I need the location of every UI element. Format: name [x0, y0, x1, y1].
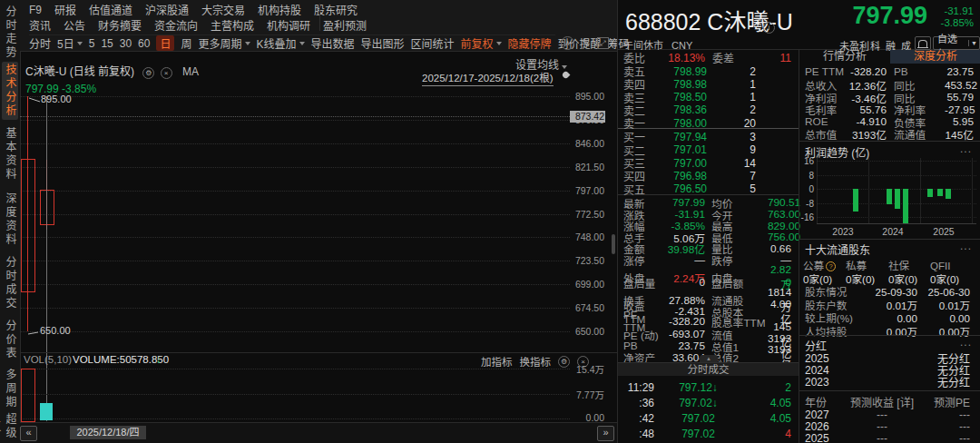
menu-item[interactable]: 机构调研 — [267, 17, 310, 33]
period-导出图形[interactable]: 导出图形 — [361, 35, 405, 51]
forecast-col-pe: 预测PE — [919, 394, 970, 409]
left-nav-rail: 分时走势技术分析基本资料深度资料分时成交分价表多周期超级复 — [0, 0, 21, 443]
tape-row: :48797.024 — [618, 426, 799, 441]
level-volume: 3 — [707, 131, 756, 143]
scroll-left-button[interactable]: « — [20, 426, 37, 441]
vol-indicator-label[interactable]: VOL(5,10) — [24, 354, 72, 365]
menu-item[interactable]: 盈利预测 — [323, 17, 367, 33]
sidebar-item-8[interactable]: 超级复 — [2, 410, 18, 443]
menu-item[interactable]: 机构持股 — [258, 2, 301, 17]
pin-icon[interactable] — [562, 71, 571, 80]
alert-bell-button[interactable] — [915, 36, 931, 50]
menu-item[interactable]: 主营构成 — [211, 17, 254, 33]
book-level[interactable]: 买一797.943 — [618, 129, 799, 142]
period-15[interactable]: 15 — [101, 37, 113, 50]
period-K线叠加[interactable]: K线叠加 — [257, 35, 305, 51]
book-level[interactable]: 卖一798.0020 — [618, 115, 799, 128]
holder-stat-value: 25-06-30 — [917, 286, 970, 298]
price-tick: 723.50 — [572, 255, 604, 266]
menu-item[interactable]: 财务摘要 — [98, 17, 142, 33]
period-label: 日 — [160, 35, 171, 51]
book-level[interactable]: 买二797.019 — [618, 143, 799, 155]
tab-depth-analysis[interactable]: 深度分析 — [890, 50, 980, 64]
menu-item[interactable]: 沪深股通 — [145, 2, 189, 17]
level-price: 796.50 — [656, 182, 707, 195]
scroll-right-button[interactable]: » — [597, 426, 614, 441]
sidebar-item-5[interactable]: 分时成交 — [2, 256, 18, 310]
chart-scrollbar-thumb[interactable] — [612, 234, 615, 254]
period-周[interactable]: 周 — [181, 35, 191, 51]
menu-item[interactable]: F9 — [29, 4, 42, 16]
menu-item[interactable]: 大宗交易 — [201, 2, 245, 17]
holder-stat-label: 股东户数 — [805, 298, 861, 312]
date-range-link[interactable]: 2025/12/17-2025/12/18(2根) — [422, 70, 554, 86]
ask-levels: 卖五798.992卖四798.981卖三798.501卖二798.362卖一79… — [618, 64, 799, 128]
period-区间统计[interactable]: 区间统计 — [411, 35, 455, 51]
fin-label: PB — [894, 65, 945, 78]
price-tick: 748.00 — [572, 231, 604, 242]
forecast-earnings: --- — [845, 432, 919, 443]
period-导出数据[interactable]: 导出数据 — [311, 35, 355, 51]
sidebar-item-4[interactable]: 深度资料 — [2, 192, 18, 247]
forecast-row: 2027------ — [799, 409, 980, 420]
help-icon[interactable]: ? — [826, 261, 836, 271]
period-label: 周 — [181, 35, 191, 51]
holders-menu[interactable]: ... — [960, 240, 972, 252]
gear-icon[interactable]: ⚙ — [142, 67, 154, 79]
book-level[interactable]: 卖二798.362 — [618, 103, 799, 115]
collapse-handle[interactable]: ▲ — [700, 355, 718, 362]
menu-item[interactable]: 公告 — [64, 17, 85, 33]
watchlist-button[interactable]: 自选 + ▼ — [933, 36, 980, 50]
scroll-top-icon[interactable]: ∧ — [561, 36, 574, 50]
dividend-menu[interactable]: ... — [960, 336, 972, 349]
tab-quote-analysis[interactable]: 行情分析 — [799, 50, 890, 64]
holder-stat-value: 0.00 — [917, 312, 970, 324]
sidebar-item-7[interactable]: 多周期 — [2, 369, 18, 409]
draw-pencil-icon[interactable]: ✎ — [580, 37, 592, 49]
menu-item[interactable]: 估值通道 — [89, 2, 132, 17]
period-60[interactable]: 60 — [138, 37, 150, 50]
menu-item[interactable]: 股东研究 — [314, 2, 358, 17]
menu-item[interactable]: 研报 — [54, 2, 76, 17]
period-日[interactable]: 日 — [156, 35, 174, 51]
book-level[interactable]: 卖四798.981 — [618, 76, 799, 89]
period-前复权[interactable]: 前复权 — [461, 35, 502, 51]
sidebar-item-3[interactable]: 基本资料 — [2, 127, 18, 182]
fullscreen-icon[interactable]: ⤢ — [597, 37, 609, 49]
book-level[interactable]: 买四796.987 — [618, 168, 799, 181]
profit-xlabel: 2025 — [930, 226, 957, 237]
book-level[interactable]: 买三797.0014 — [618, 155, 799, 168]
period-30[interactable]: 30 — [120, 37, 132, 50]
vol-tick: 7.77万 — [572, 388, 604, 401]
period-更多周期[interactable]: 更多周期 — [199, 35, 250, 51]
book-level[interactable]: 买五796.505 — [618, 182, 799, 194]
change-percent: -3.85% — [930, 17, 974, 29]
info-icon[interactable]: i — [763, 22, 775, 34]
sidebar-item-2[interactable]: 技术分析 — [2, 62, 18, 120]
profit-trend-menu[interactable]: ... — [960, 143, 972, 155]
book-level[interactable]: 卖三798.501 — [618, 90, 799, 103]
menu-item[interactable]: 资讯 — [29, 17, 51, 33]
forecast-col-earnings[interactable]: 预测收益 [详] — [845, 394, 919, 409]
volume-bar — [21, 369, 35, 422]
holder-type-label: 社保 — [888, 260, 909, 271]
period-5[interactable]: 5 — [89, 37, 95, 50]
period-分时[interactable]: 分时 — [29, 35, 51, 51]
time-sales-title[interactable]: 分时成交 — [618, 362, 799, 376]
pane-divider[interactable] — [20, 352, 617, 353]
period-5日[interactable]: 5日 — [57, 35, 83, 51]
holder-stat-row: 较上期(%)0.000.00 — [799, 310, 980, 324]
sidebar-item-6[interactable]: 分价表 — [2, 320, 18, 360]
holders-table: 公募?私募社保QFII0家(0)0家(0)0家(0)0家(0)股东情况25-09… — [799, 258, 980, 338]
sidebar-item-1[interactable]: 分时走势 — [2, 5, 18, 60]
vol-gear-icon[interactable]: ⚙ — [558, 356, 570, 368]
menu-item[interactable]: 资金流向 — [154, 17, 198, 33]
add-indicator-button[interactable]: 加指标 — [481, 354, 513, 369]
level-volume: 20 — [707, 117, 756, 130]
book-level[interactable]: 卖五798.992 — [618, 64, 799, 76]
switch-indicator-button[interactable]: 换指标 — [520, 354, 552, 369]
watchlist-dropdown-icon[interactable]: ▼ — [968, 40, 979, 46]
holder-type-label: 公募 — [803, 260, 824, 271]
period-隐藏停牌[interactable]: 隐藏停牌 — [508, 35, 552, 51]
close-icon[interactable]: × — [161, 67, 172, 79]
